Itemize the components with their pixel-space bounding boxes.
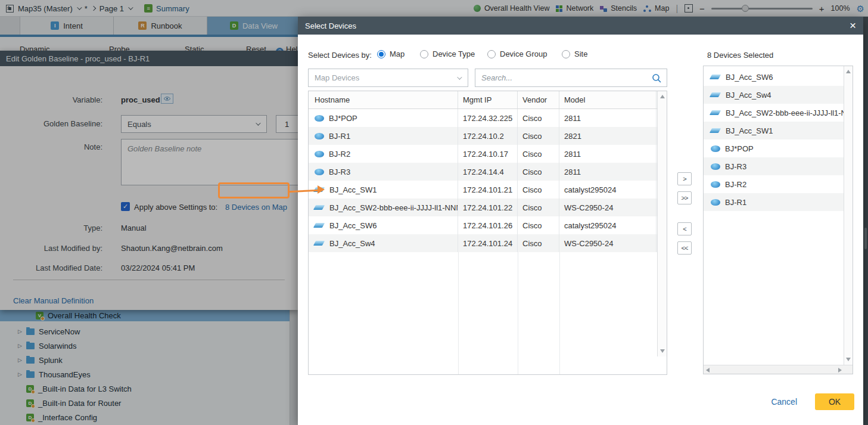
list-item[interactable]: BJ-R2 <box>704 175 844 193</box>
annotation-highlight-box <box>218 182 290 198</box>
vendor-cell: Cisco <box>518 216 559 234</box>
model-cell: 2821 <box>559 127 657 145</box>
mgmt-ip-cell: 172.24.32.225 <box>458 109 518 127</box>
move-all-left-button[interactable]: << <box>677 241 692 255</box>
vendor-cell: Cisco <box>518 145 559 163</box>
radio-label: Device Type <box>433 49 475 58</box>
hostname-label: BJ-R3 <box>329 167 350 176</box>
radio-label: Map <box>390 49 405 58</box>
select-devices-modal: Select Devices × Select Devices by: MapD… <box>298 17 863 425</box>
list-item[interactable]: BJ_Acc_SW2-bbb-eee-ii-JJJJ-ll1-NNN... <box>704 104 844 122</box>
radio-device-type[interactable]: Device Type <box>420 49 475 58</box>
table-row[interactable]: BJ-R2172.24.10.17Cisco2811 <box>309 145 667 163</box>
column-header-hostname[interactable]: Hostname <box>309 91 458 108</box>
mgmt-ip-cell: 172.24.101.26 <box>458 216 518 234</box>
modal-title: Select Devices <box>298 17 863 35</box>
move-right-button[interactable]: > <box>677 172 692 185</box>
hostname-cell: BJ_Acc_SW1 <box>309 181 458 198</box>
list-item[interactable]: BJ_Acc_Sw4 <box>704 86 844 104</box>
ok-button[interactable]: OK <box>815 393 854 410</box>
search-icon[interactable] <box>652 73 662 85</box>
selected-horizontal-scrollbar[interactable] <box>704 365 853 374</box>
model-cell: WS-C2950-24 <box>559 198 657 216</box>
device-name: BJ_Acc_SW1 <box>726 126 773 135</box>
hostname-label: BJ_Acc_SW6 <box>329 221 377 230</box>
selected-count-label: 8 Devices Selected <box>707 51 773 60</box>
hostname-label: BJ_Acc_SW2-bbb-eee-ii-JJJJ-ll1-NNNN... <box>329 203 458 212</box>
table-rows: BJ*POP172.24.32.225Cisco2811BJ-R1172.24.… <box>309 109 667 252</box>
hostname-label: BJ*POP <box>329 114 357 123</box>
vendor-cell: Cisco <box>518 163 559 181</box>
map-devices-dropdown[interactable]: Map Devices <box>308 69 468 87</box>
router-icon <box>711 199 720 206</box>
column-header-vendor[interactable]: Vendor <box>518 91 559 108</box>
scroll-up-icon[interactable] <box>660 95 665 98</box>
vendor-cell: Cisco <box>518 198 559 216</box>
scroll-down-icon[interactable] <box>846 358 851 361</box>
column-header-model[interactable]: Model <box>559 91 657 108</box>
column-separator <box>458 252 459 374</box>
model-cell: WS-C2950-24 <box>559 234 657 252</box>
radio-icon <box>377 50 385 58</box>
radio-label: Device Group <box>500 49 547 58</box>
table-vertical-scrollbar[interactable] <box>657 91 667 356</box>
radio-label: Site <box>574 49 587 58</box>
hostname-label: BJ_Acc_Sw4 <box>329 239 375 248</box>
table-row[interactable]: BJ_Acc_SW1172.24.101.21Ciscocatalyst2950… <box>309 181 667 198</box>
radio-icon <box>487 50 496 58</box>
mgmt-ip-cell: 172.24.14.4 <box>458 163 518 181</box>
column-separator <box>559 252 560 374</box>
selected-devices-list: BJ_Acc_SW6BJ_Acc_Sw4BJ_Acc_SW2-bbb-eee-i… <box>704 68 844 211</box>
device-name: BJ_Acc_Sw4 <box>726 91 771 100</box>
switch-icon <box>710 92 721 97</box>
model-cell: 2811 <box>559 163 657 181</box>
radio-device-group[interactable]: Device Group <box>487 49 547 58</box>
column-header-mgmt-ip[interactable]: Mgmt IP <box>458 91 518 108</box>
hostname-cell: BJ_Acc_SW6 <box>309 216 458 234</box>
switch-icon <box>313 223 325 228</box>
router-icon <box>315 133 324 139</box>
table-row[interactable]: BJ-R3172.24.14.4Cisco2811 <box>309 163 667 181</box>
close-icon[interactable]: × <box>850 18 856 33</box>
radio-map[interactable]: Map <box>377 49 405 58</box>
move-all-right-button[interactable]: >> <box>677 191 692 204</box>
cancel-button[interactable]: Cancel <box>771 397 797 407</box>
selected-vertical-scrollbar[interactable] <box>844 66 853 365</box>
vendor-cell: Cisco <box>518 181 559 198</box>
hostname-cell: BJ-R2 <box>309 145 458 163</box>
vendor-cell: Cisco <box>518 234 559 252</box>
move-left-button[interactable]: < <box>677 222 692 235</box>
table-row[interactable]: BJ_Acc_SW2-bbb-eee-ii-JJJJ-ll1-NNNN...17… <box>309 198 667 216</box>
chevron-down-icon <box>457 75 462 79</box>
scroll-right-icon[interactable] <box>838 368 842 373</box>
list-item[interactable]: BJ_Acc_SW1 <box>704 122 844 139</box>
mgmt-ip-cell: 172.24.101.24 <box>458 234 518 252</box>
list-item[interactable]: BJ-R1 <box>704 193 844 211</box>
model-cell: 2811 <box>559 145 657 163</box>
table-row[interactable]: BJ-R1172.24.10.2Cisco2821 <box>309 127 667 145</box>
table-row[interactable]: BJ_Acc_Sw4172.24.101.24CiscoWS-C2950-24 <box>309 234 667 252</box>
list-item[interactable]: BJ-R3 <box>704 157 844 175</box>
map-devices-value: Map Devices <box>315 73 359 82</box>
list-item[interactable]: BJ_Acc_SW6 <box>704 68 844 86</box>
hostname-label: BJ_Acc_SW1 <box>329 185 377 194</box>
table-row[interactable]: BJ*POP172.24.32.225Cisco2811 <box>309 109 667 127</box>
model-cell: catalyst295024 <box>559 181 657 198</box>
modal-footer: Cancel OK <box>771 393 854 410</box>
switch-icon <box>710 128 721 133</box>
hostname-cell: BJ_Acc_SW2-bbb-eee-ii-JJJJ-ll1-NNNN... <box>309 198 458 216</box>
table-row[interactable]: BJ_Acc_SW6172.24.101.26Ciscocatalyst2950… <box>309 216 667 234</box>
hostname-cell: BJ-R3 <box>309 163 458 181</box>
device-name: BJ*POP <box>725 144 754 153</box>
search-input[interactable]: Search... <box>475 69 667 87</box>
list-item[interactable]: BJ*POP <box>704 139 844 157</box>
model-cell: 2811 <box>559 109 657 127</box>
scroll-up-icon[interactable] <box>846 70 851 73</box>
scroll-left-icon[interactable] <box>706 368 710 373</box>
vendor-cell: Cisco <box>518 127 559 145</box>
device-name: BJ-R3 <box>725 162 746 171</box>
radio-site[interactable]: Site <box>562 49 587 58</box>
router-icon <box>315 169 324 175</box>
scroll-down-icon[interactable] <box>660 349 665 353</box>
mgmt-ip-cell: 172.24.10.2 <box>458 127 518 145</box>
